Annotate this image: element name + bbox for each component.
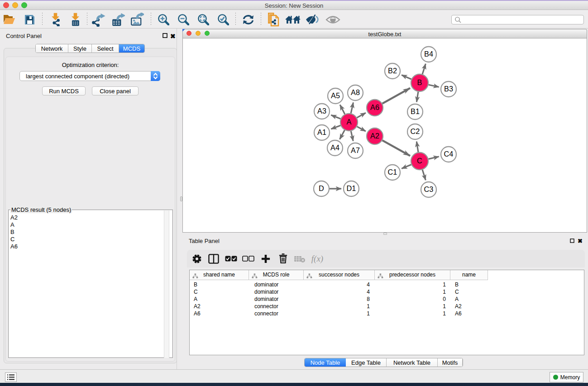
svg-text:A4: A4 [330,143,339,152]
svg-text:A3: A3 [317,107,326,115]
svg-text:A7: A7 [351,146,360,154]
svg-text:D1: D1 [347,184,356,192]
svg-text:A8: A8 [351,88,360,96]
svg-text:A5: A5 [331,91,340,100]
svg-text:C1: C1 [388,168,397,176]
svg-text:B4: B4 [424,50,433,58]
svg-text:B: B [417,78,422,86]
svg-text:B1: B1 [411,107,420,115]
svg-text:C: C [417,157,422,165]
svg-text:A2: A2 [370,132,379,140]
svg-text:A: A [347,118,352,126]
svg-text:B2: B2 [388,67,397,75]
svg-text:C2: C2 [411,127,420,135]
svg-text:D: D [319,184,324,192]
svg-text:A1: A1 [317,128,326,136]
svg-text:C4: C4 [444,150,454,158]
svg-text:A6: A6 [370,103,379,111]
svg-text:C3: C3 [424,185,434,193]
svg-text:B3: B3 [444,85,453,93]
